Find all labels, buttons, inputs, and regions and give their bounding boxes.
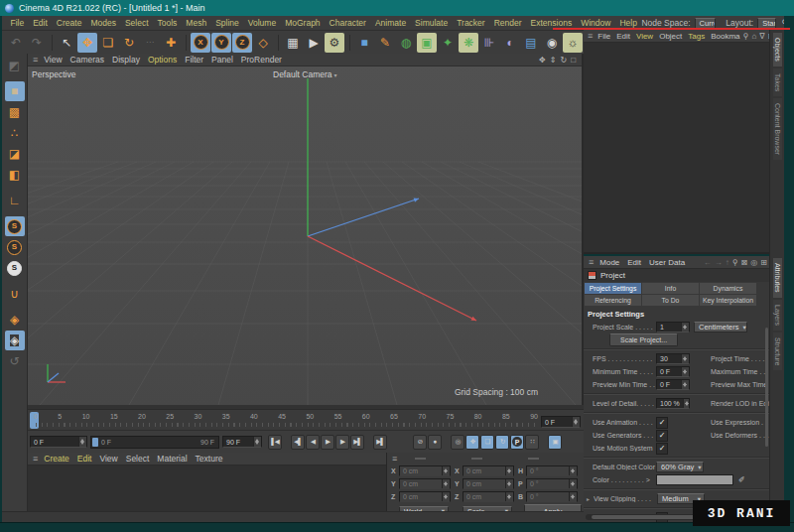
axis-mode-icon[interactable]: ∟ bbox=[5, 191, 25, 210]
panel-tab[interactable]: Content Browser bbox=[773, 98, 782, 160]
color-swatch[interactable] bbox=[656, 474, 733, 485]
prev-frame-button[interactable]: ◀ bbox=[306, 435, 320, 450]
viewport-dolly-icon[interactable]: ⇕ bbox=[550, 56, 557, 65]
viewport-orbit-icon[interactable]: ↻ bbox=[560, 56, 567, 65]
texture-mode-icon[interactable]: ▩ bbox=[5, 102, 25, 122]
attribute-tab[interactable]: Dynamics bbox=[700, 283, 756, 294]
snap-modes-icon[interactable]: S bbox=[5, 237, 25, 257]
field-icon[interactable]: ◐ bbox=[500, 33, 520, 53]
view-label[interactable]: Perspective bbox=[32, 69, 75, 79]
current-frame-field[interactable]: 0 F bbox=[30, 436, 87, 448]
position-x-field[interactable]: 0 cm bbox=[399, 466, 451, 476]
value-field[interactable]: 30 bbox=[656, 353, 690, 364]
panel-tab[interactable]: Takes bbox=[773, 68, 782, 96]
lod-field[interactable]: 100 % bbox=[656, 398, 690, 409]
viewport-menu-item[interactable]: Filter bbox=[181, 55, 207, 65]
menu-item[interactable]: Extensions bbox=[526, 18, 577, 28]
forward-arrow-icon[interactable]: → bbox=[715, 258, 723, 267]
stepper[interactable] bbox=[681, 380, 689, 389]
last-tool-icon[interactable]: ⋯ bbox=[140, 33, 160, 53]
timeline-ruler[interactable]: 051015202530354045505560657075808590 0 F bbox=[28, 409, 584, 430]
vertical-scrollbar[interactable] bbox=[765, 328, 768, 447]
size-z-field[interactable]: 0 cm bbox=[463, 491, 514, 502]
back-arrow-icon[interactable]: ← bbox=[704, 258, 712, 267]
enable-snap-icon[interactable]: S bbox=[5, 216, 25, 236]
search-icon[interactable]: ⚲ bbox=[743, 32, 749, 41]
menu-item[interactable]: File bbox=[6, 18, 29, 28]
hamburger-icon[interactable]: ≡ bbox=[33, 55, 38, 65]
attribute-tab[interactable]: Project Settings bbox=[585, 283, 641, 294]
value-field[interactable]: 0 F bbox=[656, 379, 690, 390]
coordinate-system-icon[interactable]: ◇ bbox=[253, 33, 273, 53]
polygons-mode-icon[interactable]: ◧ bbox=[5, 165, 25, 185]
prev-key-button[interactable]: ◀▌ bbox=[291, 435, 305, 450]
attribute-menu-item[interactable]: User Data bbox=[645, 258, 689, 267]
menu-item[interactable]: MoGraph bbox=[281, 18, 325, 28]
attribute-tab[interactable]: To Do bbox=[642, 295, 699, 306]
workplane-rotate-icon[interactable]: ↺ bbox=[5, 351, 25, 371]
position-y-field[interactable]: 0 cm bbox=[399, 478, 451, 489]
size-y-field[interactable]: 0 cm bbox=[463, 478, 514, 489]
menu-item[interactable]: Edit bbox=[29, 18, 53, 28]
menu-item[interactable]: Select bbox=[120, 18, 153, 28]
stepper[interactable] bbox=[681, 323, 689, 332]
panel-tab[interactable]: Layers bbox=[773, 300, 782, 331]
object-manager-menu-item[interactable]: View bbox=[633, 32, 656, 41]
points-mode-icon[interactable]: ∴ bbox=[5, 123, 25, 143]
attribute-menu-item[interactable]: Edit bbox=[623, 258, 645, 267]
hamburger-icon[interactable]: ≡ bbox=[33, 454, 38, 464]
live-selection-icon[interactable]: ↖ bbox=[57, 33, 76, 53]
viewport-menu-item[interactable]: Panel bbox=[207, 55, 237, 65]
attribute-tab[interactable]: Key Interpolation bbox=[700, 295, 756, 306]
object-manager-menu-item[interactable]: Edit bbox=[613, 32, 633, 41]
panel-tab[interactable]: Objects bbox=[773, 33, 782, 66]
menu-item[interactable]: Volume bbox=[243, 18, 280, 28]
scrollbar-thumb[interactable] bbox=[592, 515, 695, 519]
render-settings-icon[interactable]: ⚙ bbox=[325, 33, 344, 53]
next-frame-button[interactable]: ▶ bbox=[335, 435, 349, 450]
menu-item[interactable]: Render bbox=[489, 18, 526, 28]
material-menu-item[interactable]: Select bbox=[122, 454, 154, 464]
menu-item[interactable]: Animate bbox=[370, 18, 410, 28]
attribute-menu-item[interactable]: Mode bbox=[596, 258, 623, 267]
record-pla-button[interactable]: ∷ bbox=[525, 435, 539, 450]
make-editable-icon[interactable]: ◩ bbox=[5, 56, 25, 75]
y-axis-lock-icon[interactable]: Y bbox=[211, 33, 231, 53]
goto-start-button[interactable]: ▌◀ bbox=[268, 435, 282, 450]
menu-item[interactable]: Spline bbox=[211, 18, 244, 28]
size-x-field[interactable]: 0 cm bbox=[463, 466, 514, 476]
light-icon[interactable]: ☼ bbox=[563, 33, 583, 53]
quantize-icon[interactable]: S bbox=[5, 258, 25, 278]
ruler-frame-field[interactable]: 0 F bbox=[541, 416, 581, 428]
scale-tool-icon[interactable]: ❏ bbox=[98, 33, 118, 53]
redo-icon[interactable]: ↷ bbox=[27, 33, 47, 53]
menu-item[interactable]: Simulate bbox=[411, 18, 453, 28]
generator-icon[interactable]: ▣ bbox=[417, 33, 437, 53]
camera-label-group[interactable]: Default Camera ▾ bbox=[273, 69, 337, 79]
menu-item[interactable]: Create bbox=[52, 18, 86, 28]
menu-item[interactable]: Tracker bbox=[453, 18, 490, 28]
viewport-menu-item[interactable]: Display bbox=[108, 55, 144, 65]
hamburger-icon[interactable]: ≡ bbox=[392, 454, 397, 464]
record-objects-button[interactable]: ⊘ bbox=[413, 435, 427, 450]
menu-item[interactable]: Help bbox=[615, 18, 641, 28]
x-axis-lock-icon[interactable]: X bbox=[191, 33, 210, 53]
solo-button[interactable]: ▣ bbox=[548, 435, 562, 450]
checkbox-checked[interactable] bbox=[656, 443, 668, 455]
eyedropper-icon[interactable]: ✐ bbox=[738, 475, 745, 484]
slider-thumb[interactable] bbox=[92, 438, 98, 447]
volume-icon[interactable]: ❋ bbox=[459, 33, 478, 53]
menu-item[interactable]: Window bbox=[577, 18, 615, 28]
viewport-menu-item[interactable]: Cameras bbox=[66, 55, 108, 65]
viewport-menu-item[interactable]: Options bbox=[144, 55, 181, 65]
stepper[interactable] bbox=[253, 437, 261, 447]
material-menu-item[interactable]: Edit bbox=[73, 454, 96, 464]
add-icon[interactable]: ⊞ bbox=[760, 258, 767, 267]
move-tool-icon[interactable]: ✥ bbox=[77, 33, 97, 53]
position-z-field[interactable]: 0 cm bbox=[399, 491, 451, 502]
viewport-menu-item[interactable]: ProRender bbox=[237, 55, 286, 65]
rotation-b-field[interactable]: 0 ° bbox=[526, 491, 578, 502]
viewport-canvas[interactable]: Perspective Default Camera ▾ Grid Spacin… bbox=[28, 66, 582, 405]
scale-project-button[interactable]: Scale Project... bbox=[609, 333, 678, 346]
panel-tab[interactable]: Structure bbox=[773, 332, 782, 370]
